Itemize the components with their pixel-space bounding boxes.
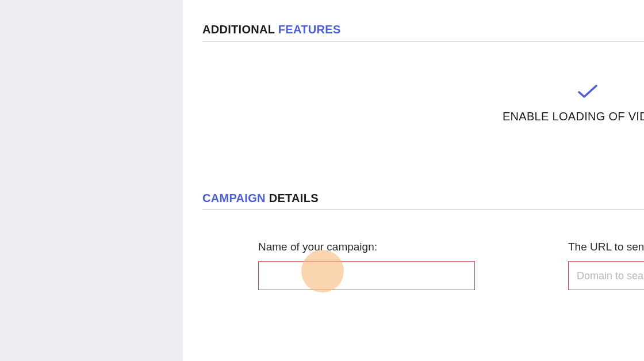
form-field-url: The URL to sen	[568, 241, 644, 290]
section-divider	[202, 210, 644, 210]
form-field-campaign-name: Name of your campaign:	[258, 241, 475, 290]
campaign-name-label: Name of your campaign:	[258, 241, 475, 253]
section-header-campaign: CAMPAIGN DETAILS	[202, 192, 644, 205]
feature-enable-videos[interactable]: ENABLE LOADING OF VIDEOS	[467, 83, 644, 123]
checkmark-icon	[577, 83, 598, 102]
section-header-highlight: FEATURES	[278, 23, 341, 36]
section-header-additional: ADDITIONAL FEATURES	[202, 23, 644, 36]
section-header-text: ADDITIONAL	[202, 23, 278, 36]
url-input[interactable]	[568, 261, 644, 290]
main-content: ADDITIONAL FEATURES ENABLE LOADING OF VI…	[202, 0, 644, 361]
section-header-text: DETAILS	[269, 192, 319, 204]
section-header-highlight: CAMPAIGN	[202, 192, 269, 204]
section-campaign-details: CAMPAIGN DETAILS	[202, 192, 644, 222]
section-additional-features: ADDITIONAL FEATURES	[202, 23, 644, 53]
url-label: The URL to sen	[568, 241, 644, 253]
section-divider	[202, 41, 644, 41]
campaign-name-input[interactable]	[258, 261, 475, 290]
feature-label: ENABLE LOADING OF VIDEOS	[467, 110, 644, 123]
sidebar	[0, 0, 183, 361]
